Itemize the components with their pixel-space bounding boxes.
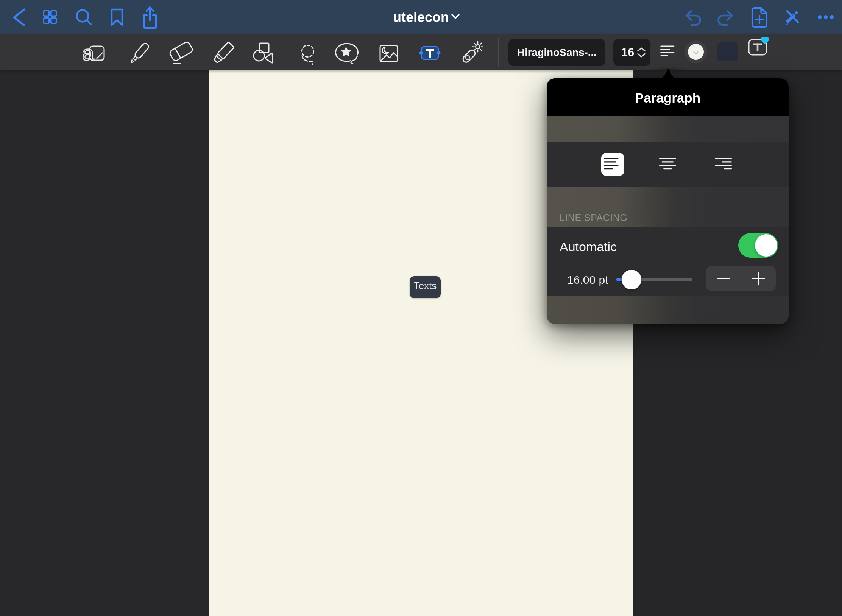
svg-text:a: a <box>82 44 94 62</box>
